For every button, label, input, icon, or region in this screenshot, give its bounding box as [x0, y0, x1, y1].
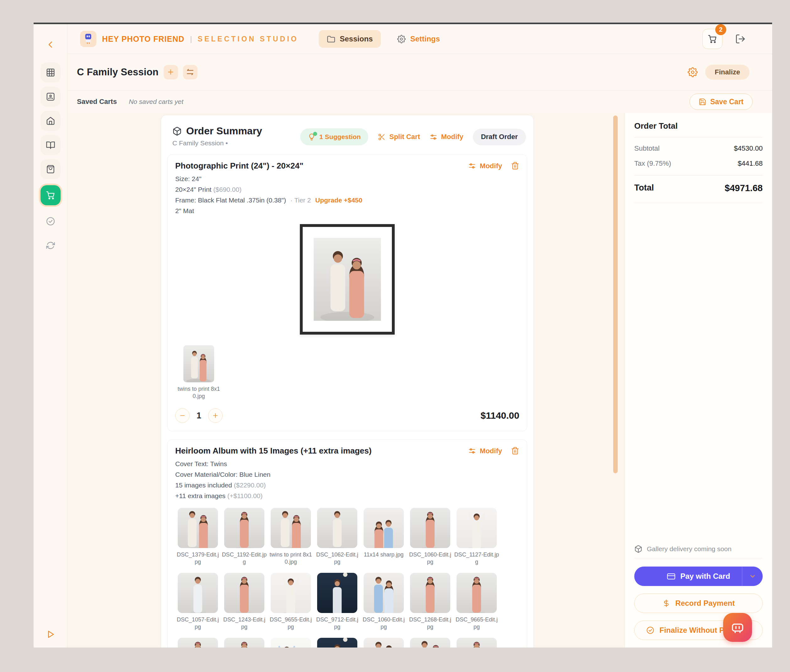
brand-suite-name: SELECTION STUDIO [198, 35, 299, 43]
sidebar-item-home[interactable] [40, 111, 61, 131]
cart-icon [46, 190, 55, 200]
album-thumb-cell [454, 638, 499, 648]
item-frame-line: Frame: Black Flat Metal .375in (0.38") ·… [175, 197, 519, 204]
album-thumb-cell [407, 638, 453, 648]
plus-icon [167, 68, 175, 76]
photo-thumbnail [317, 638, 357, 648]
framed-print-photo [314, 238, 381, 321]
sidebar-play-button[interactable] [45, 629, 56, 639]
album-extra-line: +11 extra images (+$1100.00) [175, 492, 519, 500]
suggestion-label: 1 Suggestion [319, 133, 361, 141]
vertical-scrollbar[interactable] [613, 115, 618, 473]
order-summary-title: Order Summary [186, 125, 262, 137]
photo-thumbnail [317, 573, 357, 613]
photo-thumbnail [457, 573, 497, 613]
album-thumb-cell: 11x14 sharp.jpg [361, 508, 406, 565]
delete-item-button[interactable] [511, 446, 519, 455]
chat-assistant-fab[interactable] [723, 613, 752, 642]
photo-thumbnail [364, 638, 404, 648]
logout-button[interactable] [735, 34, 746, 44]
sidebar-item-book[interactable] [40, 135, 61, 155]
album-thumb-cell: DSC_9655-Edit.jpg [268, 573, 313, 630]
add-session-button[interactable] [163, 65, 178, 79]
book-icon [46, 140, 55, 150]
switch-session-button[interactable] [183, 65, 197, 79]
item-title: Heirloom Album with 15 Images (+11 extra… [175, 446, 519, 456]
tab-settings-label: Settings [410, 35, 440, 43]
tab-sessions-label: Sessions [340, 35, 373, 43]
modify-item-button[interactable]: Modify [468, 162, 502, 170]
photo-thumbnail [457, 508, 497, 548]
album-thumb-cell [315, 638, 360, 648]
quantity-decrease-button[interactable] [175, 408, 190, 423]
album-thumb-cell: DSC_9712-Edit.jpg [315, 573, 360, 630]
home-icon [46, 116, 55, 126]
panel-divider [634, 203, 763, 203]
album-included-line: 15 images included ($2290.00) [175, 482, 519, 489]
bag-icon [46, 165, 55, 174]
modify-item-button[interactable]: Modify [468, 447, 502, 455]
sidebar-item-image[interactable] [40, 86, 61, 107]
top-header: HEY PHOTO FRIEND | SELECTION STUDIO Sess… [67, 24, 772, 54]
photo-thumbnail [271, 638, 311, 648]
save-icon [699, 98, 707, 106]
album-thumb-cell: DSC_9665-Edit.jpg [454, 573, 499, 630]
thumbnail-filename: DSC_9712-Edit.jpg [315, 616, 360, 630]
thumbnail-filename: DSC_1060-Edit.jpg [407, 551, 453, 565]
cart-icon [708, 34, 717, 44]
refresh-icon [46, 241, 55, 250]
photo-thumbnail [364, 573, 404, 613]
sidebar-item-bag[interactable] [40, 159, 61, 179]
app-window: HEY PHOTO FRIEND | SELECTION STUDIO Sess… [34, 22, 772, 648]
sidebar-item-grid[interactable] [40, 62, 61, 83]
delete-item-button[interactable] [511, 162, 519, 170]
desktop-background: HEY PHOTO FRIEND | SELECTION STUDIO Sess… [0, 0, 790, 672]
finalize-button[interactable]: Finalize [705, 65, 750, 80]
dollar-icon [662, 599, 670, 607]
modify-order-button[interactable]: Modify [429, 133, 463, 141]
logout-icon [735, 34, 746, 44]
package-icon [634, 545, 643, 553]
grid-icon [46, 68, 55, 77]
save-cart-button[interactable]: Save Cart [689, 94, 753, 110]
print-thumbnail [183, 345, 214, 382]
tax-value: $441.68 [737, 160, 763, 168]
sidebar-collapse-button[interactable] [45, 39, 56, 50]
thumbnail-filename: twins to print 8x10.jpg [176, 386, 221, 400]
gear-icon [687, 67, 698, 77]
photo-thumbnail [178, 638, 218, 648]
subtotal-row: Subtotal $4530.00 [634, 144, 763, 152]
album-thumb-cell: DSC_1062-Edit.jpg [315, 508, 360, 565]
album-thumb-cell: DSC_1379-Edit.jpg [175, 508, 220, 565]
robot-chat-icon [730, 620, 745, 635]
saved-carts-empty-text: No saved carts yet [129, 98, 183, 106]
thumbnail-filename: DSC_1057-Edit.jpg [175, 616, 220, 630]
topbar-actions: 2 [702, 29, 746, 49]
header-cart-button[interactable]: 2 [702, 29, 723, 49]
pay-options-dropdown[interactable] [742, 566, 763, 586]
session-settings-button[interactable] [687, 67, 698, 77]
credit-card-icon [667, 572, 675, 581]
sidebar-item-check-circle[interactable] [40, 211, 61, 231]
session-bar: C Family Session Finalize [67, 54, 772, 90]
order-item-album: Heirloom Album with 15 Images (+11 extra… [167, 439, 527, 648]
order-status-badge: Draft Order [473, 129, 526, 145]
quantity-increase-button[interactable] [208, 408, 223, 423]
album-thumb-cell: DSC_1060-Edit.jpg [361, 573, 406, 630]
thumbnail-filename: 11x14 sharp.jpg [361, 551, 406, 558]
check-circle-icon [46, 217, 55, 226]
photo-thumbnail [410, 638, 450, 648]
suggestion-button[interactable]: 1 Suggestion [300, 128, 368, 145]
tab-settings[interactable]: Settings [397, 35, 440, 43]
photo-thumbnail [178, 573, 218, 613]
sidebar-item-cart[interactable] [40, 185, 61, 205]
record-payment-button[interactable]: Record Payment [634, 594, 763, 613]
frame-upgrade-link[interactable]: Upgrade +$450 [315, 197, 362, 204]
split-cart-button[interactable]: Split Cart [378, 133, 420, 141]
pay-with-card-button[interactable]: Pay with Card [634, 566, 763, 586]
photo-thumbnail [224, 573, 264, 613]
saved-carts-label: Saved Carts [77, 98, 117, 106]
photo-thumbnail [271, 573, 311, 613]
tab-sessions[interactable]: Sessions [319, 30, 381, 48]
sidebar-item-refresh[interactable] [40, 235, 61, 256]
